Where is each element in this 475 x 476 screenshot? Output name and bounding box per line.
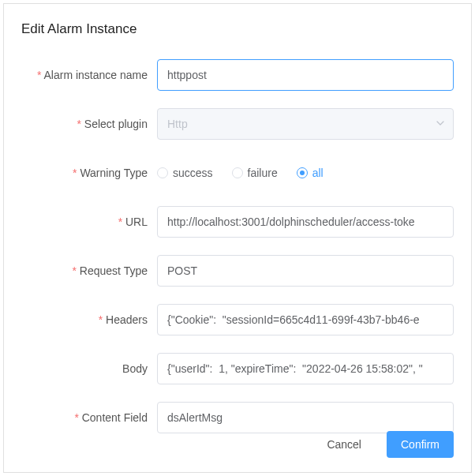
radio-all[interactable]: all bbox=[297, 167, 324, 179]
plugin-select[interactable]: Http bbox=[157, 108, 454, 140]
warning-type-radio-group: success failure all bbox=[157, 157, 454, 189]
plugin-select-value: Http bbox=[167, 118, 188, 130]
label-body: Body bbox=[21, 362, 157, 375]
content-field-input[interactable] bbox=[157, 402, 454, 433]
radio-icon bbox=[157, 167, 168, 178]
radio-success-label: success bbox=[173, 167, 213, 179]
row-url: URL bbox=[21, 206, 454, 238]
row-warning-type: Warning Type success failure all bbox=[21, 157, 454, 189]
label-warning-type: Warning Type bbox=[21, 167, 157, 179]
label-request-type: Request Type bbox=[21, 264, 157, 277]
cancel-button[interactable]: Cancel bbox=[312, 431, 376, 458]
label-headers: Headers bbox=[21, 313, 157, 326]
request-type-input[interactable] bbox=[157, 255, 454, 287]
row-instance-name: Alarm instance name bbox=[21, 59, 454, 91]
row-request-type: Request Type bbox=[21, 255, 454, 287]
confirm-button[interactable]: Confirm bbox=[387, 431, 454, 458]
radio-icon bbox=[297, 167, 308, 178]
instance-name-input[interactable] bbox=[157, 59, 454, 91]
radio-icon bbox=[232, 167, 243, 178]
radio-all-label: all bbox=[312, 167, 324, 179]
row-content-field: Content Field bbox=[21, 402, 454, 433]
headers-input[interactable] bbox=[157, 304, 454, 335]
radio-failure-label: failure bbox=[248, 167, 278, 179]
modal-title: Edit Alarm Instance bbox=[21, 21, 454, 37]
chevron-down-icon bbox=[436, 118, 445, 130]
label-plugin: Select plugin bbox=[21, 118, 157, 130]
edit-alarm-modal: Edit Alarm Instance Alarm instance name … bbox=[3, 3, 472, 473]
url-input[interactable] bbox=[157, 206, 454, 238]
row-plugin: Select plugin Http bbox=[21, 108, 454, 140]
label-instance-name: Alarm instance name bbox=[21, 69, 157, 81]
label-content-field: Content Field bbox=[21, 411, 157, 424]
radio-failure[interactable]: failure bbox=[232, 167, 278, 179]
body-input[interactable] bbox=[157, 353, 454, 384]
radio-success[interactable]: success bbox=[157, 167, 213, 179]
modal-footer: Cancel Confirm bbox=[312, 431, 454, 458]
label-url: URL bbox=[21, 216, 157, 228]
row-headers: Headers bbox=[21, 304, 454, 335]
row-body: Body bbox=[21, 353, 454, 384]
